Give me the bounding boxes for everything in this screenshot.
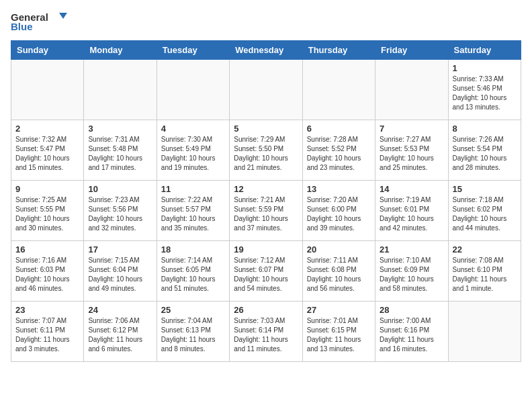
calendar-cell: 3Sunrise: 7:31 AM Sunset: 5:48 PM Daylig…: [84, 120, 157, 181]
calendar-cell: 4Sunrise: 7:30 AM Sunset: 5:49 PM Daylig…: [157, 120, 229, 181]
day-info: Sunrise: 7:31 AM Sunset: 5:48 PM Dayligh…: [88, 135, 152, 173]
calendar-cell: 19Sunrise: 7:12 AM Sunset: 6:07 PM Dayli…: [230, 241, 302, 302]
day-info: Sunrise: 7:25 AM Sunset: 5:55 PM Dayligh…: [15, 195, 79, 233]
week-row-1: 1Sunrise: 7:33 AM Sunset: 5:46 PM Daylig…: [11, 60, 521, 120]
day-number: 12: [234, 184, 298, 194]
calendar-cell: 17Sunrise: 7:15 AM Sunset: 6:04 PM Dayli…: [84, 241, 157, 302]
day-number: 10: [88, 184, 152, 194]
calendar-cell: 18Sunrise: 7:14 AM Sunset: 6:05 PM Dayli…: [157, 241, 229, 302]
calendar-cell: 24Sunrise: 7:06 AM Sunset: 6:12 PM Dayli…: [84, 302, 157, 362]
day-number: 6: [307, 124, 371, 134]
day-info: Sunrise: 7:16 AM Sunset: 6:03 PM Dayligh…: [15, 256, 79, 293]
week-row-5: 23Sunrise: 7:07 AM Sunset: 6:11 PM Dayli…: [11, 302, 521, 362]
calendar-cell: 5Sunrise: 7:29 AM Sunset: 5:50 PM Daylig…: [230, 120, 302, 181]
svg-marker-1: [59, 13, 67, 19]
day-info: Sunrise: 7:15 AM Sunset: 6:04 PM Dayligh…: [88, 256, 152, 293]
calendar-cell: 7Sunrise: 7:27 AM Sunset: 5:53 PM Daylig…: [375, 120, 448, 181]
day-number: 3: [88, 124, 152, 134]
day-number: 26: [234, 305, 298, 315]
weekday-header-thursday: Thursday: [302, 41, 375, 60]
weekday-header-row: SundayMondayTuesdayWednesdayThursdayFrid…: [11, 41, 521, 60]
day-number: 22: [453, 244, 517, 255]
calendar-cell: [302, 60, 375, 120]
day-info: Sunrise: 7:12 AM Sunset: 6:07 PM Dayligh…: [234, 256, 298, 293]
day-info: Sunrise: 7:23 AM Sunset: 5:56 PM Dayligh…: [88, 195, 152, 233]
day-info: Sunrise: 7:08 AM Sunset: 6:10 PM Dayligh…: [453, 256, 517, 293]
calendar-cell: 22Sunrise: 7:08 AM Sunset: 6:10 PM Dayli…: [448, 241, 521, 302]
calendar-cell: 20Sunrise: 7:11 AM Sunset: 6:08 PM Dayli…: [302, 241, 375, 302]
calendar-cell: 6Sunrise: 7:28 AM Sunset: 5:52 PM Daylig…: [302, 120, 375, 181]
day-info: Sunrise: 7:30 AM Sunset: 5:49 PM Dayligh…: [161, 135, 225, 173]
calendar-cell: [230, 60, 302, 120]
calendar-cell: 14Sunrise: 7:19 AM Sunset: 6:01 PM Dayli…: [375, 181, 448, 241]
weekday-header-friday: Friday: [375, 41, 448, 60]
day-number: 21: [380, 244, 443, 255]
day-info: Sunrise: 7:32 AM Sunset: 5:47 PM Dayligh…: [15, 135, 79, 173]
calendar-cell: 21Sunrise: 7:10 AM Sunset: 6:09 PM Dayli…: [375, 241, 448, 302]
day-info: Sunrise: 7:28 AM Sunset: 5:52 PM Dayligh…: [307, 135, 371, 173]
calendar-cell: 26Sunrise: 7:03 AM Sunset: 6:14 PM Dayli…: [230, 302, 302, 362]
day-info: Sunrise: 7:14 AM Sunset: 6:05 PM Dayligh…: [161, 256, 225, 293]
day-number: 14: [380, 184, 443, 194]
calendar-cell: 12Sunrise: 7:21 AM Sunset: 5:59 PM Dayli…: [230, 181, 302, 241]
calendar-cell: 1Sunrise: 7:33 AM Sunset: 5:46 PM Daylig…: [448, 60, 521, 120]
day-info: Sunrise: 7:06 AM Sunset: 6:12 PM Dayligh…: [88, 316, 152, 354]
day-info: Sunrise: 7:20 AM Sunset: 6:00 PM Dayligh…: [307, 195, 371, 233]
calendar-cell: 10Sunrise: 7:23 AM Sunset: 5:56 PM Dayli…: [84, 181, 157, 241]
logo: GeneralBlue: [11, 11, 71, 32]
calendar-cell: [157, 60, 229, 120]
calendar-cell: 9Sunrise: 7:25 AM Sunset: 5:55 PM Daylig…: [11, 181, 84, 241]
day-number: 4: [161, 124, 225, 134]
calendar-cell: [84, 60, 157, 120]
day-info: Sunrise: 7:00 AM Sunset: 6:16 PM Dayligh…: [380, 316, 443, 354]
day-number: 27: [307, 305, 371, 315]
calendar-cell: [375, 60, 448, 120]
calendar-cell: 8Sunrise: 7:26 AM Sunset: 5:54 PM Daylig…: [448, 120, 521, 181]
day-info: Sunrise: 7:18 AM Sunset: 6:02 PM Dayligh…: [453, 195, 517, 233]
calendar-cell: 11Sunrise: 7:22 AM Sunset: 5:57 PM Dayli…: [157, 181, 229, 241]
calendar-cell: 25Sunrise: 7:04 AM Sunset: 6:13 PM Dayli…: [157, 302, 229, 362]
day-number: 9: [15, 184, 79, 194]
calendar-cell: [11, 60, 84, 120]
day-number: 8: [453, 124, 517, 134]
day-number: 15: [453, 184, 517, 194]
day-info: Sunrise: 7:21 AM Sunset: 5:59 PM Dayligh…: [234, 195, 298, 233]
calendar-cell: 16Sunrise: 7:16 AM Sunset: 6:03 PM Dayli…: [11, 241, 84, 302]
day-number: 16: [15, 244, 79, 255]
day-info: Sunrise: 7:29 AM Sunset: 5:50 PM Dayligh…: [234, 135, 298, 173]
day-number: 25: [161, 305, 225, 315]
day-number: 1: [453, 63, 517, 73]
day-info: Sunrise: 7:26 AM Sunset: 5:54 PM Dayligh…: [453, 135, 517, 173]
day-info: Sunrise: 7:07 AM Sunset: 6:11 PM Dayligh…: [15, 316, 79, 354]
week-row-3: 9Sunrise: 7:25 AM Sunset: 5:55 PM Daylig…: [11, 181, 521, 241]
day-info: Sunrise: 7:33 AM Sunset: 5:46 PM Dayligh…: [453, 75, 517, 112]
calendar-table: SundayMondayTuesdayWednesdayThursdayFrid…: [11, 40, 521, 362]
calendar-cell: [448, 302, 521, 362]
day-number: 13: [307, 184, 371, 194]
day-info: Sunrise: 7:27 AM Sunset: 5:53 PM Dayligh…: [380, 135, 443, 173]
calendar-cell: 28Sunrise: 7:00 AM Sunset: 6:16 PM Dayli…: [375, 302, 448, 362]
weekday-header-sunday: Sunday: [11, 41, 84, 60]
day-number: 19: [234, 244, 298, 255]
day-number: 18: [161, 244, 225, 255]
day-info: Sunrise: 7:11 AM Sunset: 6:08 PM Dayligh…: [307, 256, 371, 293]
day-number: 2: [15, 124, 79, 134]
calendar-cell: 27Sunrise: 7:01 AM Sunset: 6:15 PM Dayli…: [302, 302, 375, 362]
weekday-header-saturday: Saturday: [448, 41, 521, 60]
day-number: 24: [88, 305, 152, 315]
day-info: Sunrise: 7:19 AM Sunset: 6:01 PM Dayligh…: [380, 195, 443, 233]
week-row-4: 16Sunrise: 7:16 AM Sunset: 6:03 PM Dayli…: [11, 241, 521, 302]
day-number: 17: [88, 244, 152, 255]
logo-svg: GeneralBlue: [11, 11, 71, 32]
calendar-cell: 2Sunrise: 7:32 AM Sunset: 5:47 PM Daylig…: [11, 120, 84, 181]
calendar-cell: 13Sunrise: 7:20 AM Sunset: 6:00 PM Dayli…: [302, 181, 375, 241]
calendar-cell: 15Sunrise: 7:18 AM Sunset: 6:02 PM Dayli…: [448, 181, 521, 241]
weekday-header-wednesday: Wednesday: [230, 41, 302, 60]
day-number: 20: [307, 244, 371, 255]
day-number: 28: [380, 305, 443, 315]
weekday-header-tuesday: Tuesday: [157, 41, 229, 60]
day-info: Sunrise: 7:04 AM Sunset: 6:13 PM Dayligh…: [161, 316, 225, 354]
day-number: 23: [15, 305, 79, 315]
weekday-header-monday: Monday: [84, 41, 157, 60]
week-row-2: 2Sunrise: 7:32 AM Sunset: 5:47 PM Daylig…: [11, 120, 521, 181]
